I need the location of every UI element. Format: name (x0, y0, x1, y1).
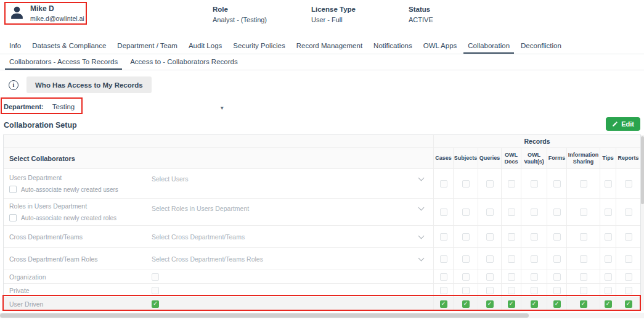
checkbox-cross-department-team-roles-owl-docs[interactable] (508, 255, 515, 263)
checkbox-private-forms[interactable] (553, 287, 561, 294)
tab-security-policies[interactable]: Security Policies (229, 38, 289, 54)
checkbox-cross-department-team-roles-tips[interactable] (605, 255, 612, 263)
record-cell (547, 226, 566, 247)
checkbox-icon[interactable] (9, 214, 17, 221)
vertical-scrollbar-track[interactable] (641, 135, 644, 310)
private-checkbox[interactable] (152, 287, 159, 294)
checkbox-organization-forms[interactable] (553, 273, 561, 281)
checkbox-user-driven-information-sharing[interactable] (580, 300, 587, 308)
checkbox-users-department-reports[interactable] (625, 180, 632, 188)
horizontal-scrollbar-thumb[interactable] (0, 313, 529, 318)
vertical-scrollbar-thumb[interactable] (641, 136, 644, 204)
checkbox-roles-in-users-department-information-sharing[interactable] (580, 208, 587, 216)
checkbox-organization-reports[interactable] (625, 273, 632, 281)
auto-associate-users-checkbox[interactable]: Auto-associate newly created users (9, 186, 145, 193)
checkbox-users-department-cases[interactable] (440, 180, 447, 188)
checkbox-organization-cases[interactable] (440, 273, 447, 281)
select-users-dropdown[interactable]: Select Users (145, 175, 433, 183)
edit-button[interactable]: Edit (606, 117, 640, 131)
row-label-cell: Users Department Auto-associate newly cr… (4, 169, 145, 198)
checkbox-cross-department-teams-owl-vault-s[interactable] (531, 233, 538, 241)
checkbox-users-department-tips[interactable] (605, 180, 612, 188)
checkbox-users-department-subjects[interactable] (462, 180, 470, 188)
checkbox-roles-in-users-department-subjects[interactable] (462, 208, 470, 216)
checkbox-cross-department-teams-subjects[interactable] (462, 233, 470, 241)
tab-collaboration[interactable]: Collaboration (463, 38, 514, 54)
checkbox-roles-in-users-department-owl-vault-s[interactable] (531, 208, 538, 216)
tab-department-team[interactable]: Department / Team (113, 38, 182, 54)
checkbox-cross-department-teams-cases[interactable] (440, 233, 447, 241)
checkbox-user-driven-tips[interactable] (605, 300, 612, 308)
user-driven-checkbox[interactable] (152, 300, 159, 308)
checkbox-user-driven-forms[interactable] (553, 300, 561, 308)
checkbox-private-cases[interactable] (440, 287, 447, 294)
subtab-access-to-collaborators-records[interactable]: Access to - Collaborators Records (126, 54, 242, 70)
checkbox-users-department-forms[interactable] (553, 180, 561, 188)
user-block[interactable]: Mike D mike.d@owlintel.ai (9, 4, 84, 22)
checkbox-cross-department-team-roles-information-sharing[interactable] (580, 255, 587, 263)
auto-associate-roles-checkbox[interactable]: Auto-associate newly created roles (9, 214, 145, 221)
checkbox-cross-department-team-roles-cases[interactable] (440, 255, 447, 263)
checkbox-user-driven-owl-docs[interactable] (508, 300, 515, 308)
checkbox-user-driven-owl-vault-s[interactable] (531, 300, 538, 308)
checkbox-private-owl-vault-s[interactable] (531, 287, 538, 294)
tab-record-management[interactable]: Record Management (292, 38, 367, 54)
checkbox-cross-department-team-roles-owl-vault-s[interactable] (531, 255, 538, 263)
checkbox-users-department-information-sharing[interactable] (580, 180, 587, 188)
checkbox-private-owl-docs[interactable] (508, 287, 515, 294)
tab-datasets-compliance[interactable]: Datasets & Compliance (28, 38, 110, 54)
select-cross-department-team-roles-dropdown[interactable]: Select Cross Department/Teams Roles (145, 255, 433, 263)
checkbox-users-department-owl-docs[interactable] (508, 180, 515, 188)
checkbox-private-reports[interactable] (625, 287, 632, 294)
horizontal-scrollbar-track[interactable] (0, 313, 644, 318)
checkbox-organization-information-sharing[interactable] (580, 273, 587, 281)
checkbox-cross-department-teams-reports[interactable] (625, 233, 632, 241)
checkbox-user-driven-cases[interactable] (440, 300, 447, 308)
checkbox-organization-owl-docs[interactable] (508, 273, 515, 281)
select-roles-dropdown[interactable]: Select Roles in Users Department (145, 205, 433, 212)
checkbox-cross-department-teams-information-sharing[interactable] (580, 233, 587, 241)
chevron-down-icon (418, 233, 425, 239)
record-cell (616, 248, 640, 270)
tab-notifications[interactable]: Notifications (369, 38, 417, 54)
checkbox-cross-department-team-roles-queries[interactable] (486, 255, 494, 263)
checkbox-roles-in-users-department-forms[interactable] (553, 208, 561, 216)
who-has-access-button[interactable]: Who Has Access to My Records (26, 76, 152, 93)
checkbox-users-department-queries[interactable] (486, 180, 494, 188)
checkbox-cross-department-team-roles-forms[interactable] (553, 255, 561, 263)
info-icon[interactable] (9, 80, 18, 90)
checkbox-roles-in-users-department-tips[interactable] (605, 208, 612, 216)
checkbox-cross-department-teams-forms[interactable] (553, 233, 561, 241)
checkbox-organization-subjects[interactable] (462, 273, 470, 281)
checkbox-users-department-owl-vault-s[interactable] (531, 180, 538, 188)
checkbox-private-subjects[interactable] (462, 287, 470, 294)
checkbox-cross-department-teams-queries[interactable] (486, 233, 494, 241)
checkbox-organization-owl-vault-s[interactable] (531, 273, 538, 281)
checkbox-private-tips[interactable] (605, 287, 612, 294)
checkbox-user-driven-queries[interactable] (486, 300, 494, 308)
checkbox-roles-in-users-department-owl-docs[interactable] (508, 208, 515, 216)
tab-info[interactable]: Info (5, 38, 25, 54)
select-cross-department-teams-dropdown[interactable]: Select Cross Department/Teams (145, 233, 433, 241)
checkbox-user-driven-subjects[interactable] (462, 300, 470, 308)
checkbox-user-driven-reports[interactable] (625, 300, 632, 308)
tab-owl-apps[interactable]: OWL Apps (419, 38, 462, 54)
checkbox-organization-queries[interactable] (486, 273, 494, 281)
checkbox-roles-in-users-department-cases[interactable] (440, 208, 447, 216)
organization-checkbox[interactable] (152, 273, 159, 281)
checkbox-private-information-sharing[interactable] (580, 287, 587, 294)
record-checkbox-group (433, 297, 640, 310)
department-select[interactable]: Testing (52, 101, 224, 112)
checkbox-private-queries[interactable] (486, 287, 494, 294)
checkbox-cross-department-team-roles-reports[interactable] (625, 255, 632, 263)
tab-deconfliction[interactable]: Deconfliction (516, 38, 566, 54)
checkbox-cross-department-teams-tips[interactable] (605, 233, 612, 241)
subtab-collaborators-access-to-records[interactable]: Collaborators - Access To Records (5, 54, 122, 70)
tab-audit-logs[interactable]: Audit Logs (184, 38, 226, 54)
checkbox-icon[interactable] (9, 186, 17, 193)
checkbox-roles-in-users-department-reports[interactable] (625, 208, 632, 216)
checkbox-organization-tips[interactable] (605, 273, 612, 281)
checkbox-cross-department-teams-owl-docs[interactable] (508, 233, 515, 241)
checkbox-cross-department-team-roles-subjects[interactable] (462, 255, 470, 263)
checkbox-roles-in-users-department-queries[interactable] (486, 208, 494, 216)
